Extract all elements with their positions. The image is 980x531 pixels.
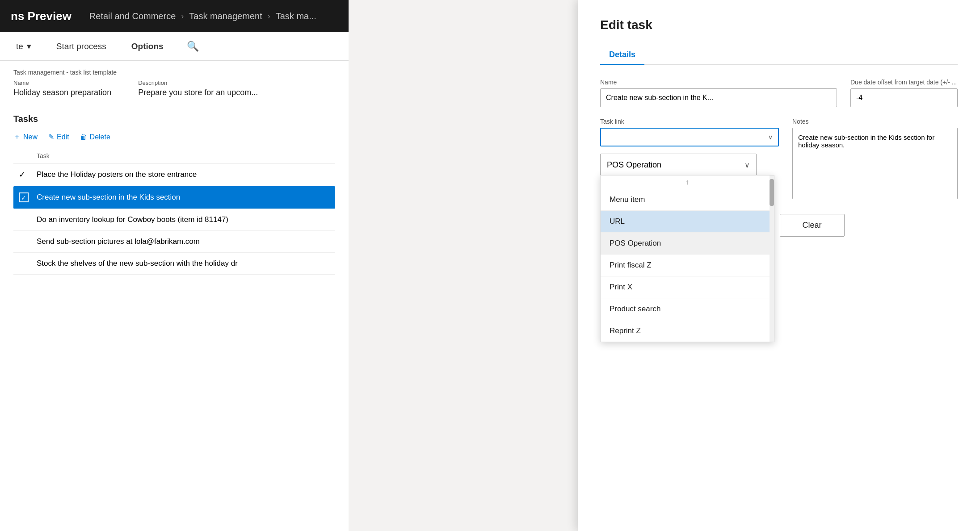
task-row[interactable]: ✓ Place the Holiday posters on the store…: [13, 163, 335, 186]
name-duedate-row: Name Due date offset from target date (+…: [600, 79, 958, 107]
pos-operation-selected-container: POS Operation ∨: [600, 154, 779, 176]
task-link-2[interactable]: Create new sub-section in the Kids secti…: [37, 193, 180, 201]
task-label-3: Do an inventory lookup for Cowboy boots …: [37, 215, 330, 224]
template-label: te: [16, 42, 23, 51]
tasklink-label: Task link: [600, 118, 779, 125]
edit-label: Edit: [57, 133, 69, 141]
breadcrumb-retail[interactable]: Retail and Commerce: [89, 11, 176, 21]
breadcrumb-sep-1: ›: [181, 12, 184, 21]
task-label-5: Stock the shelves of the new sub-section…: [37, 259, 330, 268]
breadcrumb: Retail and Commerce › Task management › …: [89, 11, 316, 21]
duedate-label: Due date offset from target date (+/- ..…: [850, 79, 958, 86]
notes-textarea[interactable]: Create new sub-section in the Kids secti…: [792, 128, 958, 199]
template-dropdown-button[interactable]: te ▾: [11, 38, 37, 55]
dropdown-item-menu-item[interactable]: Menu item: [601, 189, 774, 210]
task-check-2: ✓: [19, 192, 37, 202]
start-process-button[interactable]: Start process: [51, 38, 112, 55]
clear-button[interactable]: Clear: [780, 214, 845, 237]
new-task-button[interactable]: ＋ New: [13, 132, 38, 142]
breadcrumb-task-mgmt[interactable]: Task management: [189, 11, 262, 21]
name-meta: Name Holiday season preparation: [13, 79, 111, 97]
left-panel: ns Preview Retail and Commerce › Task ma…: [0, 0, 349, 531]
desc-value: Prepare you store for an upcom...: [138, 88, 258, 97]
dropdown-item-url[interactable]: URL: [601, 211, 774, 232]
edit-panel-title: Edit task: [600, 18, 958, 32]
app-title: ns Preview: [11, 9, 72, 23]
page-header: Task management - task list template Nam…: [0, 61, 349, 103]
search-icon[interactable]: 🔍: [187, 41, 199, 52]
edit-icon: ✎: [48, 133, 54, 141]
name-field-label: Name: [600, 79, 837, 86]
options-label: Options: [131, 42, 164, 51]
delete-task-button[interactable]: 🗑 Delete: [80, 133, 110, 141]
dropdown-item-print-x[interactable]: Print X: [601, 276, 774, 298]
task-row-5[interactable]: Stock the shelves of the new sub-section…: [13, 253, 335, 275]
edit-panel: Edit task Details Name Due date offset f…: [578, 0, 980, 531]
chevron-down-icon: ▾: [27, 41, 31, 51]
duedate-field-group: Due date offset from target date (+/- ..…: [850, 79, 958, 107]
tasklink-notes-row: Task link ∨ POS Operation ∨ ↑ Menu item …: [600, 118, 958, 201]
tab-bar: Details: [600, 46, 958, 65]
notes-group: Notes Create new sub-section in the Kids…: [792, 118, 958, 201]
tasks-section-title: Tasks: [13, 114, 335, 124]
task-column-header: Task: [37, 152, 330, 159]
breadcrumb-task-ma[interactable]: Task ma...: [276, 11, 316, 21]
task-table: Task ✓ Place the Holiday posters on the …: [13, 149, 335, 275]
dropdown-item-pos-operation[interactable]: POS Operation: [601, 233, 774, 254]
top-nav: ns Preview Retail and Commerce › Task ma…: [0, 0, 349, 32]
task-label-4: Send sub-section pictures at lola@fabrik…: [37, 237, 330, 246]
task-label-1: Place the Holiday posters on the store e…: [37, 170, 330, 179]
tasklink-group: Task link ∨ POS Operation ∨ ↑ Menu item …: [600, 118, 779, 201]
meta-row: Name Holiday season preparation Descript…: [13, 79, 335, 97]
pos-chevron-icon: ∨: [744, 161, 750, 169]
task-row-4[interactable]: Send sub-section pictures at lola@fabrik…: [13, 231, 335, 253]
dropdown-list: ↑ Menu item URL POS Operation Print fisc…: [600, 175, 774, 342]
delete-label: Delete: [90, 133, 110, 141]
name-value: Holiday season preparation: [13, 88, 111, 97]
name-input[interactable]: [600, 88, 837, 107]
pos-operation-selected-label: POS Operation: [607, 160, 661, 170]
task-label-2: Create new sub-section in the Kids secti…: [37, 193, 330, 202]
dropdown-item-print-fiscal-z[interactable]: Print fiscal Z: [601, 255, 774, 276]
edit-task-button[interactable]: ✎ Edit: [48, 133, 69, 141]
plus-icon: ＋: [13, 132, 21, 142]
dropdown-item-product-search[interactable]: Product search: [601, 298, 774, 320]
notes-label: Notes: [792, 118, 958, 125]
new-label: New: [23, 133, 38, 141]
breadcrumb-sep-2: ›: [268, 12, 270, 21]
trash-icon: 🗑: [80, 133, 87, 141]
secondary-toolbar: te ▾ Start process Options 🔍: [0, 32, 349, 61]
desc-meta: Description Prepare you store for an upc…: [138, 79, 258, 97]
dropdown-item-reprint-z[interactable]: Reprint Z: [601, 320, 774, 342]
options-button[interactable]: Options: [126, 38, 169, 55]
dropdown-scrollbar[interactable]: [770, 176, 774, 342]
scroll-up-icon: ↑: [601, 176, 774, 189]
task-row-selected[interactable]: ✓ Create new sub-section in the Kids sec…: [13, 186, 335, 209]
task-row-3[interactable]: Do an inventory lookup for Cowboy boots …: [13, 209, 335, 231]
main-area: Tasks ＋ New ✎ Edit 🗑 Delete Task ✓ Pla: [0, 103, 349, 531]
tasklink-dropdown[interactable]: ∨: [600, 128, 779, 146]
name-label: Name: [13, 79, 111, 86]
tasks-toolbar: ＋ New ✎ Edit 🗑 Delete: [13, 132, 335, 142]
desc-label: Description: [138, 79, 258, 86]
task-header-row: Task: [13, 149, 335, 163]
tasklink-chevron-icon: ∨: [768, 134, 773, 141]
task-check-1: ✓: [19, 170, 37, 180]
tab-details[interactable]: Details: [600, 46, 644, 65]
pos-operation-row[interactable]: POS Operation ∨: [600, 154, 757, 176]
start-process-label: Start process: [56, 42, 106, 51]
page-subtitle: Task management - task list template: [13, 69, 335, 76]
duedate-input[interactable]: [850, 88, 958, 107]
name-field-group: Name: [600, 79, 837, 107]
dropdown-scrollbar-thumb: [770, 179, 774, 206]
